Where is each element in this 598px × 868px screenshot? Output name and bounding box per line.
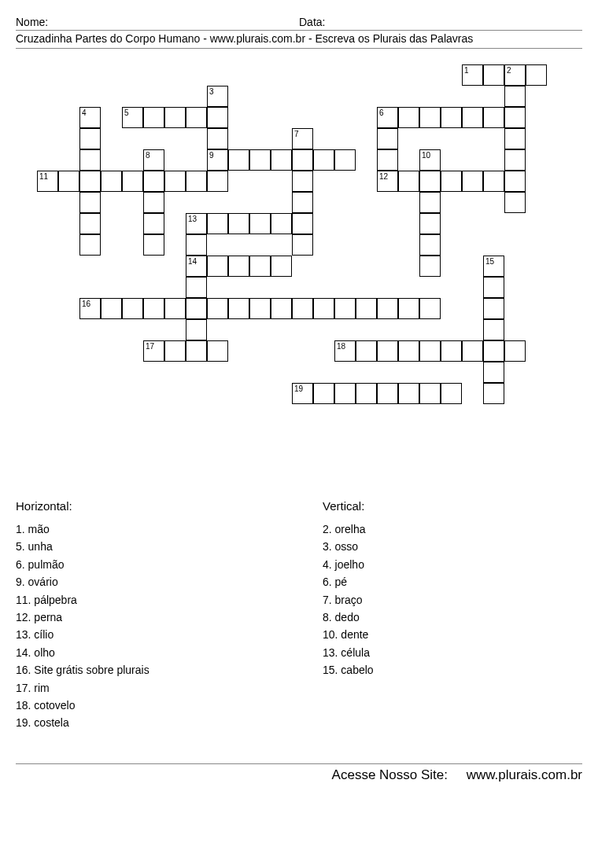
- cell[interactable]: [292, 192, 313, 213]
- cell[interactable]: [164, 107, 186, 128]
- cell[interactable]: [504, 149, 526, 171]
- cell[interactable]: [186, 319, 207, 340]
- cell[interactable]: [483, 319, 504, 340]
- cell[interactable]: [313, 298, 334, 319]
- cell[interactable]: [143, 192, 164, 213]
- cell[interactable]: [504, 86, 526, 107]
- cell[interactable]: [271, 213, 292, 234]
- cell[interactable]: [504, 171, 526, 192]
- cell[interactable]: [313, 149, 334, 171]
- cell[interactable]: 16: [79, 298, 101, 319]
- cell[interactable]: [377, 128, 398, 149]
- cell[interactable]: [228, 256, 249, 277]
- cell[interactable]: [79, 128, 101, 149]
- cell[interactable]: [483, 362, 504, 383]
- cell[interactable]: [483, 171, 504, 192]
- cell[interactable]: [186, 171, 207, 192]
- cell[interactable]: [249, 256, 271, 277]
- cell[interactable]: [207, 128, 228, 149]
- cell[interactable]: [79, 234, 101, 256]
- cell[interactable]: [292, 149, 313, 171]
- cell[interactable]: 17: [143, 340, 164, 362]
- cell[interactable]: [249, 149, 271, 171]
- cell[interactable]: [207, 171, 228, 192]
- cell[interactable]: 5: [122, 107, 143, 128]
- cell[interactable]: [79, 171, 101, 192]
- cell[interactable]: [334, 383, 356, 404]
- cell[interactable]: 3: [207, 86, 228, 107]
- cell[interactable]: [186, 298, 207, 319]
- cell[interactable]: [207, 107, 228, 128]
- cell[interactable]: [398, 383, 419, 404]
- cell[interactable]: [398, 107, 419, 128]
- cell[interactable]: [207, 256, 228, 277]
- cell[interactable]: 11: [37, 171, 58, 192]
- cell[interactable]: 4: [79, 107, 101, 128]
- cell[interactable]: [292, 298, 313, 319]
- cell[interactable]: [419, 256, 441, 277]
- cell[interactable]: [164, 298, 186, 319]
- cell[interactable]: 9: [207, 149, 228, 171]
- cell[interactable]: [483, 383, 504, 404]
- cell[interactable]: [228, 298, 249, 319]
- cell[interactable]: 12: [377, 171, 398, 192]
- cell[interactable]: [186, 234, 207, 256]
- cell[interactable]: [441, 107, 462, 128]
- cell[interactable]: [356, 383, 377, 404]
- cell[interactable]: [462, 171, 483, 192]
- cell[interactable]: [441, 340, 462, 362]
- cell[interactable]: [122, 171, 143, 192]
- cell[interactable]: [377, 383, 398, 404]
- cell[interactable]: [377, 149, 398, 171]
- cell[interactable]: [504, 107, 526, 128]
- cell[interactable]: [504, 340, 526, 362]
- cell[interactable]: [143, 107, 164, 128]
- cell[interactable]: [143, 298, 164, 319]
- date-field[interactable]: Data:: [299, 16, 582, 28]
- cell[interactable]: 2: [504, 64, 526, 86]
- cell[interactable]: [483, 64, 504, 86]
- cell[interactable]: [143, 234, 164, 256]
- name-field[interactable]: Nome:: [16, 16, 299, 28]
- cell[interactable]: [58, 171, 79, 192]
- cell[interactable]: [292, 213, 313, 234]
- cell[interactable]: [334, 149, 356, 171]
- cell[interactable]: [398, 298, 419, 319]
- cell[interactable]: [271, 298, 292, 319]
- cell[interactable]: 19: [292, 383, 313, 404]
- cell[interactable]: [504, 128, 526, 149]
- cell[interactable]: [398, 340, 419, 362]
- cell[interactable]: [441, 171, 462, 192]
- cell[interactable]: [504, 192, 526, 213]
- cell[interactable]: [207, 340, 228, 362]
- cell[interactable]: 15: [483, 256, 504, 277]
- cell[interactable]: [377, 298, 398, 319]
- cell[interactable]: [356, 298, 377, 319]
- cell[interactable]: [483, 107, 504, 128]
- cell[interactable]: [207, 213, 228, 234]
- cell[interactable]: [526, 64, 547, 86]
- cell[interactable]: [164, 171, 186, 192]
- cell[interactable]: [207, 298, 228, 319]
- cell[interactable]: [398, 171, 419, 192]
- cell[interactable]: [143, 171, 164, 192]
- cell[interactable]: [419, 340, 441, 362]
- cell[interactable]: [143, 213, 164, 234]
- cell[interactable]: [419, 213, 441, 234]
- cell[interactable]: [483, 340, 504, 362]
- cell[interactable]: [79, 149, 101, 171]
- cell[interactable]: [419, 107, 441, 128]
- cell[interactable]: [271, 256, 292, 277]
- cell[interactable]: 7: [292, 128, 313, 149]
- cell[interactable]: [292, 171, 313, 192]
- cell[interactable]: [419, 171, 441, 192]
- cell[interactable]: [186, 340, 207, 362]
- cell[interactable]: [419, 192, 441, 213]
- cell[interactable]: [419, 234, 441, 256]
- cell[interactable]: 14: [186, 256, 207, 277]
- cell[interactable]: [79, 192, 101, 213]
- cell[interactable]: [483, 277, 504, 298]
- cell[interactable]: [292, 234, 313, 256]
- cell[interactable]: [228, 149, 249, 171]
- cell[interactable]: 10: [419, 149, 441, 171]
